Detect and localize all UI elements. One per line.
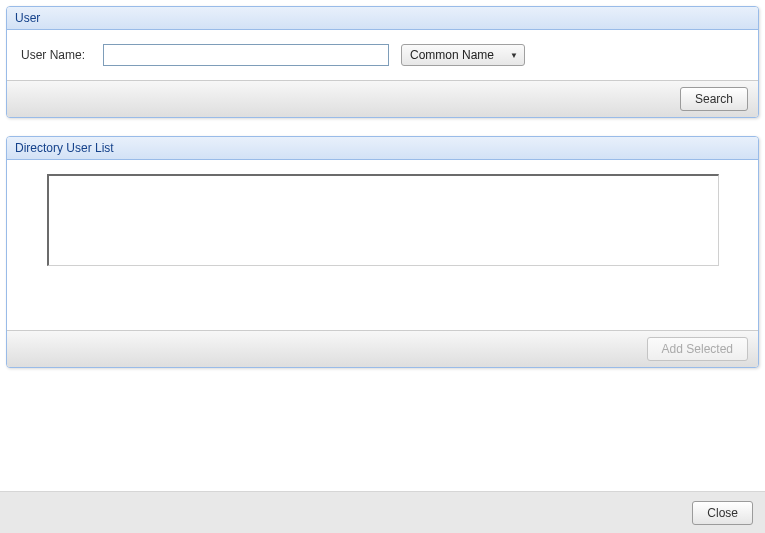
directory-list-title: Directory User List bbox=[7, 137, 758, 160]
search-button[interactable]: Search bbox=[680, 87, 748, 111]
dialog-footer: Close bbox=[0, 491, 765, 533]
add-selected-button[interactable]: Add Selected bbox=[647, 337, 748, 361]
user-panel-footer: Search bbox=[7, 80, 758, 117]
chevron-down-icon: ▼ bbox=[510, 51, 518, 60]
username-input[interactable] bbox=[103, 44, 389, 66]
close-button[interactable]: Close bbox=[692, 501, 753, 525]
search-type-dropdown[interactable]: Common Name ▼ bbox=[401, 44, 525, 66]
directory-user-listbox[interactable] bbox=[47, 174, 719, 266]
list-spacer bbox=[21, 266, 744, 316]
user-panel-title: User bbox=[7, 7, 758, 30]
user-panel-body: User Name: Common Name ▼ bbox=[7, 30, 758, 80]
directory-list-body bbox=[7, 160, 758, 330]
username-row: User Name: Common Name ▼ bbox=[21, 44, 744, 66]
user-panel: User User Name: Common Name ▼ Search bbox=[6, 6, 759, 118]
username-label: User Name: bbox=[21, 48, 97, 62]
search-type-dropdown-label: Common Name bbox=[410, 48, 494, 62]
directory-list-panel: Directory User List Add Selected bbox=[6, 136, 759, 368]
directory-list-footer: Add Selected bbox=[7, 330, 758, 367]
